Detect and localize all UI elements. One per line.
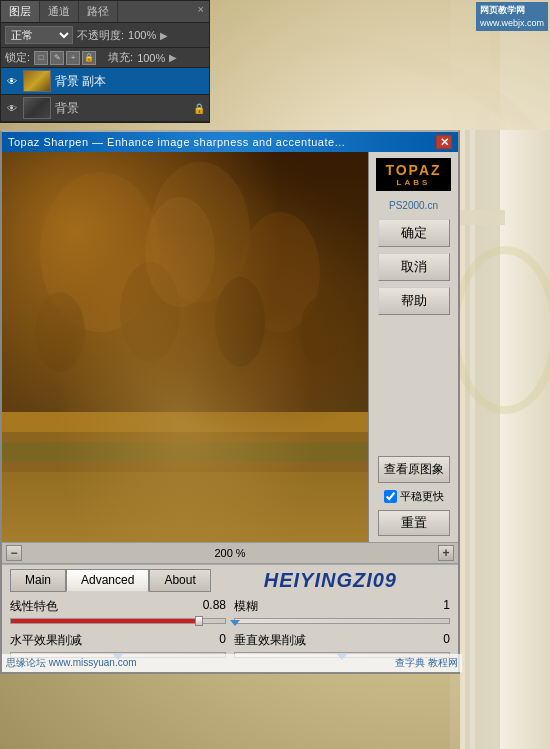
lock-icons: □ ✎ + 🔒 — [34, 51, 96, 65]
svg-rect-23 — [460, 210, 505, 225]
ps-tab-paths[interactable]: 路径 — [79, 1, 118, 22]
blur-value: 1 — [443, 598, 450, 615]
linear-slider-track — [10, 618, 226, 624]
watermark-line1: 网页教学网 — [480, 4, 544, 17]
tab-main[interactable]: Main — [10, 569, 66, 592]
lock-icon-1[interactable]: □ — [34, 51, 48, 65]
fill-label: 填充: — [108, 50, 133, 65]
zoom-value: 200 % — [22, 547, 438, 559]
layer-eye-copy[interactable]: 👁 — [5, 74, 19, 88]
left-site-watermark: 思缘论坛 www.missyuan.com — [6, 656, 137, 670]
linear-label: 线性特色 — [10, 598, 58, 615]
blur-param-row: 模糊 1 — [234, 598, 450, 624]
topaz-ps2000: PS2000.cn — [389, 199, 438, 213]
zoom-out-button[interactable]: − — [6, 545, 22, 561]
ps-lock-row: 锁定: □ ✎ + 🔒 填充: 100% ▶ — [1, 48, 209, 68]
blur-slider-track — [234, 618, 450, 624]
smooth-faster-label: 平稳更快 — [400, 489, 444, 504]
topaz-logo-topaz: TOPAZ — [382, 162, 445, 178]
blur-label: 模糊 — [234, 598, 258, 615]
ps-tab-channels[interactable]: 通道 — [40, 1, 79, 22]
smooth-faster-checkbox[interactable] — [384, 490, 397, 503]
linear-value: 0.88 — [203, 598, 226, 615]
topaz-title: Topaz Sharpen — Enhance image sharpness … — [8, 136, 345, 148]
brand-text: HEIYINGZI09 — [264, 569, 397, 591]
layer-name-bg: 背景 — [55, 100, 79, 117]
layer-name-copy: 背景 副本 — [55, 73, 106, 90]
layers-list: 👁 背景 副本 👁 背景 🔒 — [1, 68, 209, 122]
topaz-titlebar: Topaz Sharpen — Enhance image sharpness … — [2, 132, 458, 152]
linear-param-header: 线性特色 0.88 — [10, 598, 226, 615]
confirm-button[interactable]: 确定 — [378, 219, 450, 247]
topaz-body: TOPAZ LABS PS2000.cn 确定 取消 帮助 查看原图象 平稳更快… — [2, 152, 458, 542]
layer-row-bg[interactable]: 👁 背景 🔒 — [1, 95, 209, 122]
layer-row-copy[interactable]: 👁 背景 副本 — [1, 68, 209, 95]
topaz-logo: TOPAZ LABS — [376, 158, 451, 191]
blur-param-header: 模糊 1 — [234, 598, 450, 615]
reset-button[interactable]: 重置 — [378, 510, 450, 536]
topaz-logo-labs: LABS — [382, 178, 445, 187]
watermark-line2: www.webjx.com — [480, 17, 544, 30]
topaz-preview-image — [2, 152, 368, 542]
blur-slider-thumb[interactable] — [230, 620, 240, 626]
photoshop-panel: 图层 通道 路径 × 正常 不透明度: 100% ▶ 锁定: □ ✎ + 🔒 填… — [0, 0, 210, 123]
topaz-preview-area[interactable] — [2, 152, 368, 542]
lock-icon-3[interactable]: + — [66, 51, 80, 65]
smooth-faster-row: 平稳更快 — [384, 489, 444, 504]
vertical-label: 垂直效果削减 — [234, 632, 306, 649]
opacity-label: 不透明度: — [77, 28, 124, 43]
right-site-watermark: 查字典 教程网 — [395, 656, 458, 670]
horizontal-label: 水平效果削减 — [10, 632, 82, 649]
horizontal-value: 0 — [219, 632, 226, 649]
vertical-param-header: 垂直效果削减 0 — [234, 632, 450, 649]
ps-tabs: 图层 通道 路径 × — [1, 1, 209, 23]
lock-icon-4[interactable]: 🔒 — [82, 51, 96, 65]
zoom-bar: − 200 % + — [2, 542, 458, 564]
opacity-arrow[interactable]: ▶ — [160, 30, 168, 41]
view-original-button[interactable]: 查看原图象 — [378, 456, 450, 483]
topaz-close-button[interactable]: ✕ — [436, 135, 452, 149]
zoom-in-button[interactable]: + — [438, 545, 454, 561]
lock-label: 锁定: — [5, 50, 30, 65]
ps-panel-close[interactable]: × — [193, 1, 209, 22]
layer-eye-bg[interactable]: 👁 — [5, 101, 19, 115]
topaz-dialog: Topaz Sharpen — Enhance image sharpness … — [0, 130, 460, 674]
tab-about[interactable]: About — [149, 569, 210, 592]
help-button[interactable]: 帮助 — [378, 287, 450, 315]
painting-overlay — [2, 152, 368, 542]
vertical-value: 0 — [443, 632, 450, 649]
linear-param-row: 线性特色 0.88 — [10, 598, 226, 624]
layer-thumb-bg — [23, 97, 51, 119]
param-tabs: Main Advanced About HEIYINGZI09 — [10, 569, 450, 592]
opacity-value: 100% — [128, 29, 156, 41]
hall-right-column — [460, 130, 550, 749]
cancel-button[interactable]: 取消 — [378, 253, 450, 281]
layer-thumb-copy — [23, 70, 51, 92]
tab-advanced[interactable]: Advanced — [66, 569, 149, 592]
horizontal-param-header: 水平效果削减 0 — [10, 632, 226, 649]
layer-lock-icon: 🔒 — [193, 103, 205, 114]
blend-mode-select[interactable]: 正常 — [5, 26, 73, 44]
ps-blend-toolbar: 正常 不透明度: 100% ▶ — [1, 23, 209, 48]
topaz-sidebar: TOPAZ LABS PS2000.cn 确定 取消 帮助 查看原图象 平稳更快… — [368, 152, 458, 542]
fill-arrow[interactable]: ▶ — [169, 52, 177, 63]
corner-watermark-topright: 网页教学网 www.webjx.com — [476, 2, 548, 31]
linear-slider-fill — [11, 619, 199, 623]
lock-icon-2[interactable]: ✎ — [50, 51, 64, 65]
linear-slider-thumb[interactable] — [195, 616, 203, 626]
site-watermarks: 思缘论坛 www.missyuan.com 查字典 教程网 — [2, 654, 462, 672]
fill-value: 100% — [137, 52, 165, 64]
ps-tab-layers[interactable]: 图层 — [1, 1, 40, 22]
